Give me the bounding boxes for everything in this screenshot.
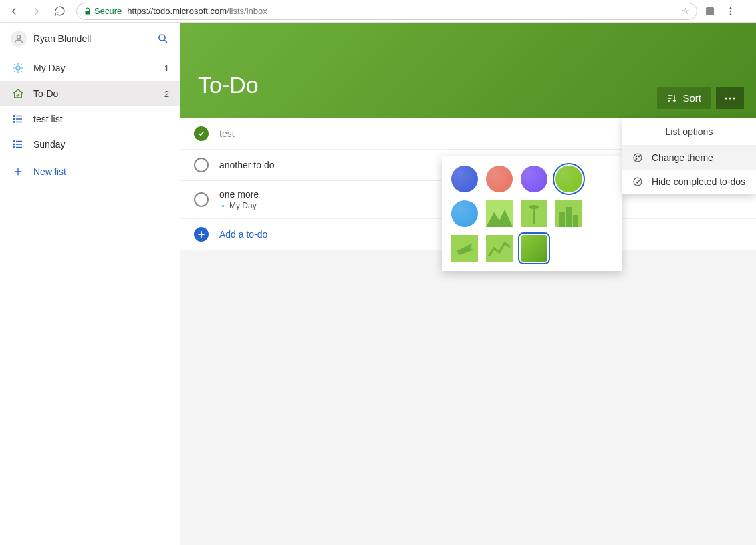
theme-photo-swatch[interactable] xyxy=(451,235,478,262)
svg-point-8 xyxy=(13,118,15,120)
sort-icon xyxy=(666,93,677,104)
svg-point-19 xyxy=(638,156,640,157)
svg-point-10 xyxy=(13,141,15,142)
svg-point-2 xyxy=(730,10,732,12)
svg-point-1 xyxy=(730,7,732,9)
browser-menu-button[interactable] xyxy=(725,6,752,17)
svg-point-16 xyxy=(222,205,224,207)
star-icon[interactable]: ☆ xyxy=(682,6,690,16)
svg-rect-29 xyxy=(573,215,578,227)
theme-color-swatch[interactable] xyxy=(521,166,547,192)
theme-color-swatch[interactable] xyxy=(486,166,513,192)
list-options-button[interactable] xyxy=(716,87,744,109)
change-theme-item[interactable]: Change theme xyxy=(622,146,756,170)
theme-picker xyxy=(442,156,622,271)
svg-point-7 xyxy=(13,116,15,117)
new-list-button[interactable]: New list xyxy=(0,160,180,184)
forward-button[interactable] xyxy=(27,1,47,21)
hide-completed-item[interactable]: Hide completed to-dos xyxy=(622,170,756,194)
sidebar-item-label: Sunday xyxy=(33,139,65,150)
svg-point-15 xyxy=(733,97,735,99)
task-checkbox[interactable] xyxy=(194,158,209,172)
svg-point-14 xyxy=(729,97,731,99)
sidebar-item-test[interactable]: test list xyxy=(0,106,180,132)
svg-point-6 xyxy=(16,66,20,70)
sidebar-item-todo[interactable]: To-Do2 xyxy=(0,81,180,106)
svg-point-11 xyxy=(13,144,15,145)
search-icon xyxy=(157,33,169,45)
theme-color-swatch[interactable] xyxy=(555,166,582,192)
sidebar: Ryan Blundell My Day1To-Do2test listSund… xyxy=(0,23,180,545)
theme-color-swatch[interactable] xyxy=(451,200,478,227)
url-path: /lists/inbox xyxy=(227,6,267,16)
sort-label: Sort xyxy=(682,92,701,104)
theme-photo-swatch[interactable] xyxy=(555,200,582,227)
sun-icon xyxy=(11,62,25,74)
user-name: Ryan Blundell xyxy=(33,33,91,44)
list-icon xyxy=(11,113,25,125)
sidebar-item-count: 2 xyxy=(164,89,169,99)
list-title: To-Do xyxy=(198,72,259,98)
theme-photo-swatch[interactable] xyxy=(486,200,513,227)
svg-rect-31 xyxy=(486,235,513,262)
extension-icon[interactable] xyxy=(704,5,723,17)
svg-rect-27 xyxy=(559,212,565,227)
list-options-title: List options xyxy=(622,118,756,146)
task-checkbox[interactable] xyxy=(194,126,209,141)
secure-indicator: Secure xyxy=(84,6,122,16)
svg-point-5 xyxy=(159,35,165,41)
svg-point-4 xyxy=(17,35,20,39)
list-header: To-Do Sort xyxy=(180,23,756,118)
sort-button[interactable]: Sort xyxy=(657,87,711,109)
profile-row[interactable]: Ryan Blundell xyxy=(0,23,180,55)
home-icon xyxy=(11,87,25,100)
svg-point-25 xyxy=(529,205,539,209)
task-title: test xyxy=(219,128,235,139)
svg-rect-0 xyxy=(706,7,714,15)
main-pane: To-Do Sort testanother to doone moreMy D… xyxy=(180,23,756,545)
address-bar[interactable]: Secure https://todo.microsoft.com/lists/… xyxy=(76,3,697,20)
svg-rect-28 xyxy=(566,207,572,227)
svg-point-20 xyxy=(636,158,637,160)
avatar-icon xyxy=(11,31,27,47)
list-options-menu: List options Change theme Hide completed… xyxy=(622,118,756,194)
search-button[interactable] xyxy=(157,33,169,45)
theme-photo-swatch[interactable] xyxy=(486,235,513,262)
plus-icon xyxy=(11,166,25,177)
sidebar-item-label: test list xyxy=(33,114,63,124)
hide-completed-label: Hide completed to-dos xyxy=(652,176,745,187)
secure-label: Secure xyxy=(94,6,122,16)
svg-point-21 xyxy=(634,178,642,186)
sidebar-item-myday[interactable]: My Day1 xyxy=(0,55,180,81)
sidebar-item-label: To-Do xyxy=(33,88,58,99)
sidebar-item-count: 1 xyxy=(164,63,169,73)
svg-point-17 xyxy=(634,154,642,162)
task-subtext: My Day xyxy=(219,201,259,210)
reload-button[interactable] xyxy=(49,1,70,21)
url-origin: https://todo.microsoft.com xyxy=(127,6,227,16)
sidebar-item-label: My Day xyxy=(33,63,65,73)
add-task-label: Add a to-do xyxy=(219,229,267,240)
palette-icon xyxy=(632,152,644,163)
svg-point-13 xyxy=(725,97,727,99)
theme-color-swatch[interactable] xyxy=(451,166,478,192)
list-icon xyxy=(11,138,25,150)
theme-photo-swatch[interactable] xyxy=(521,200,547,227)
task-title: one more xyxy=(219,189,259,200)
svg-point-12 xyxy=(13,147,15,148)
svg-point-18 xyxy=(636,156,637,157)
check-circle-icon xyxy=(632,176,644,187)
lock-icon xyxy=(84,7,92,15)
sidebar-item-sunday[interactable]: Sunday xyxy=(0,132,180,157)
more-icon xyxy=(724,96,736,100)
theme-solid-swatch[interactable] xyxy=(521,235,547,262)
change-theme-label: Change theme xyxy=(652,152,713,163)
browser-toolbar: Secure https://todo.microsoft.com/lists/… xyxy=(0,0,756,23)
new-list-label: New list xyxy=(33,166,66,177)
task-title: another to do xyxy=(219,160,275,170)
back-button[interactable] xyxy=(4,1,24,21)
add-icon xyxy=(194,227,209,242)
svg-point-9 xyxy=(13,122,15,123)
task-checkbox[interactable] xyxy=(194,192,209,207)
svg-point-3 xyxy=(730,13,732,15)
